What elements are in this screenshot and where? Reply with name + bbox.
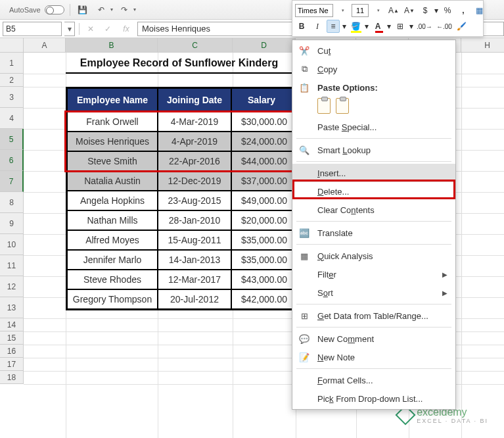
cell-salary[interactable]: $37,000.00 <box>231 171 293 191</box>
cell-name[interactable]: Steve Rhodes <box>67 270 158 289</box>
table-row[interactable]: Jennifer Marlo14-Jan-2013$35,000.00 <box>67 250 293 270</box>
decrease-font-icon[interactable]: A▼ <box>403 4 416 17</box>
cell-date[interactable]: 20-Jul-2012 <box>158 289 231 309</box>
cell-salary[interactable]: $35,000.00 <box>231 250 293 270</box>
font-size-input[interactable] <box>352 4 369 17</box>
cell-salary[interactable]: $35,000.00 <box>231 230 293 250</box>
cell-name[interactable]: Moises Henriques <box>67 132 158 151</box>
row-header-13[interactable]: 13 <box>0 297 24 318</box>
row-header-11[interactable]: 11 <box>0 255 24 276</box>
cell-date[interactable]: 22-Apr-2016 <box>158 151 231 171</box>
accept-formula-icon[interactable]: ✓ <box>101 22 115 36</box>
cell-date[interactable]: 23-Aug-2015 <box>158 191 231 210</box>
cell-name[interactable]: Natalia Austin <box>67 171 158 191</box>
cell-salary[interactable]: $24,000.00 <box>231 132 293 151</box>
undo-icon[interactable]: ↶ <box>94 3 108 17</box>
fx-icon[interactable]: fх <box>119 22 133 36</box>
cell-name[interactable]: Frank Orwell <box>67 112 158 132</box>
cell-name[interactable]: Steve Smith <box>67 151 158 171</box>
align-center-icon[interactable]: ≡ <box>327 20 340 33</box>
col-header-A[interactable]: A <box>24 38 66 53</box>
table-row[interactable]: Gregory Thompson20-Jul-2012$42,000.00 <box>67 289 293 309</box>
table-row[interactable]: Alfred Moyes15-Aug-2011$35,000.00 <box>67 230 293 250</box>
row-header-18[interactable]: 18 <box>0 371 24 384</box>
row-header-10[interactable]: 10 <box>0 234 24 255</box>
ctx-delete[interactable]: Delete... <box>292 182 455 201</box>
ctx-cut[interactable]: ✂️ Cut <box>292 41 455 60</box>
cell-salary[interactable]: $43,000.00 <box>231 270 293 289</box>
paste-option-default[interactable] <box>317 98 331 114</box>
autosave-toggle[interactable] <box>45 5 64 14</box>
increase-decimal-icon[interactable]: .00→ <box>416 20 433 33</box>
cell-date[interactable]: 28-Jan-2010 <box>158 210 231 230</box>
redo-icon[interactable]: ↷ <box>117 3 131 17</box>
col-header-C[interactable]: C <box>158 38 233 53</box>
ctx-get-data[interactable]: ⊞ Get Data from Table/Range... <box>292 306 455 325</box>
comma-icon[interactable]: , <box>457 4 470 17</box>
row-header-9[interactable]: 9 <box>0 213 24 234</box>
font-name-dropdown-icon[interactable]: ▾ <box>336 4 349 17</box>
cell-salary[interactable]: $44,000.00 <box>231 151 293 171</box>
font-name-input[interactable] <box>295 4 333 17</box>
cell-name[interactable]: Nathan Mills <box>67 210 158 230</box>
percent-icon[interactable]: % <box>441 4 454 17</box>
cell-date[interactable]: 14-Jan-2013 <box>158 250 231 270</box>
table-row[interactable]: Steve Rhodes12-Mar-2017$43,000.00 <box>67 270 293 289</box>
name-box-dropdown[interactable]: ▾ <box>64 22 75 36</box>
borders-icon[interactable]: ⊞ <box>394 20 407 33</box>
row-header-5[interactable]: 5 <box>0 129 24 150</box>
ctx-paste-special[interactable]: Paste Special... <box>292 118 455 136</box>
table-row[interactable]: Nathan Mills28-Jan-2010$20,000.00 <box>67 210 293 230</box>
row-header-4[interactable]: 4 <box>0 108 24 129</box>
cell-name[interactable]: Jennifer Marlo <box>67 250 158 270</box>
cell-salary[interactable]: $42,000.00 <box>231 289 293 309</box>
ctx-smart-lookup[interactable]: 🔍 Smart Lookup <box>292 141 455 159</box>
cell-date[interactable]: 15-Aug-2011 <box>158 230 231 250</box>
cell-name[interactable]: Angela Hopkins <box>67 191 158 210</box>
undo-dropdown[interactable]: ▾ <box>110 7 113 12</box>
font-size-dropdown-icon[interactable]: ▾ <box>371 4 384 17</box>
cell-name[interactable]: Alfred Moyes <box>67 230 158 250</box>
paste-option-values[interactable] <box>336 98 349 114</box>
name-box[interactable]: B5 <box>3 22 62 36</box>
row-header-1[interactable]: 1 <box>0 53 24 74</box>
row-header-2[interactable]: 2 <box>0 74 24 87</box>
row-header-12[interactable]: 12 <box>0 276 24 297</box>
decrease-decimal-icon[interactable]: ←.00 <box>436 20 453 33</box>
ctx-pick-from-list[interactable]: Pick From Drop-down List... <box>292 389 455 408</box>
save-icon[interactable]: 💾 <box>76 3 90 17</box>
ctx-quick-analysis[interactable]: ▦ Quick Analysis <box>292 247 455 265</box>
cell-date[interactable]: 12-Mar-2017 <box>158 270 231 289</box>
ctx-filter[interactable]: Filter ▶ <box>292 265 455 283</box>
italic-button[interactable]: I <box>311 20 324 33</box>
cell-salary[interactable]: $30,000.00 <box>231 112 293 132</box>
cancel-formula-icon[interactable]: ✕ <box>83 22 98 36</box>
row-header-15[interactable]: 15 <box>0 331 24 345</box>
bold-button[interactable]: B <box>295 20 308 33</box>
ctx-format-cells[interactable]: Format Cells... <box>292 371 455 389</box>
table-row[interactable]: Natalia Austin12-Dec-2019$37,000.00 <box>67 171 293 191</box>
row-header-8[interactable]: 8 <box>0 192 24 213</box>
redo-dropdown[interactable]: ▾ <box>133 7 136 12</box>
col-header-H[interactable]: H <box>461 38 504 53</box>
accounting-icon[interactable]: $ <box>419 4 432 17</box>
table-row[interactable]: Frank Orwell4-Mar-2019$30,000.00 <box>67 112 293 132</box>
ctx-new-note[interactable]: 📝 New Note <box>292 348 455 366</box>
col-header-D[interactable]: D <box>233 38 296 53</box>
cell-salary[interactable]: $20,000.00 <box>231 210 293 230</box>
ctx-clear-contents[interactable]: Clear Contents <box>292 201 455 219</box>
table-row[interactable]: Steve Smith22-Apr-2016$44,000.00 <box>67 151 293 171</box>
fill-color-icon[interactable]: 🪣 <box>349 20 362 33</box>
table-row[interactable]: Moises Henriques4-Apr-2019$24,000.00 <box>67 132 293 151</box>
row-header-16[interactable]: 16 <box>0 345 24 358</box>
row-header-3[interactable]: 3 <box>0 87 24 108</box>
row-header-17[interactable]: 17 <box>0 358 24 371</box>
col-header-B[interactable]: B <box>66 38 158 53</box>
font-color-icon[interactable]: A <box>371 20 384 33</box>
row-header-14[interactable]: 14 <box>0 318 24 331</box>
ctx-copy[interactable]: ⧉ Copy <box>292 60 455 78</box>
cell-date[interactable]: 4-Apr-2019 <box>158 132 231 151</box>
format-painter-icon[interactable]: 🖌️ <box>455 20 469 33</box>
cell-salary[interactable]: $49,000.00 <box>231 191 293 210</box>
table-row[interactable]: Angela Hopkins23-Aug-2015$49,000.00 <box>67 191 293 210</box>
